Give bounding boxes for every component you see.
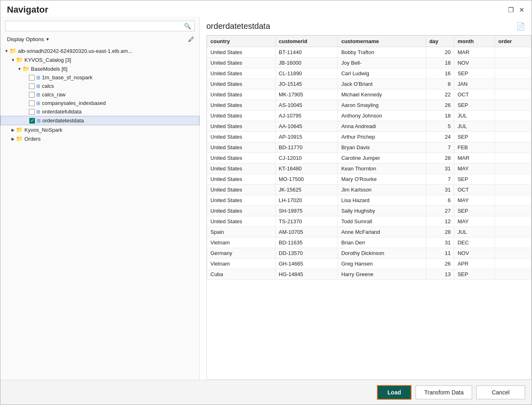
col-header-month: month bbox=[454, 36, 495, 47]
chevron-down-icon: ▼ bbox=[46, 37, 50, 41]
restore-button[interactable]: ❐ bbox=[507, 6, 514, 13]
table-cell: MO-17500 bbox=[275, 174, 338, 185]
checkbox[interactable] bbox=[29, 100, 35, 106]
data-table-scroll[interactable]: countrycustomeridcustomernamedaymonthord… bbox=[206, 35, 532, 380]
table-row: United StatesBD-11770Bryan Davis7FEB bbox=[207, 142, 531, 153]
table-cell: 6 bbox=[426, 195, 454, 206]
checkbox[interactable] bbox=[29, 75, 35, 81]
table-cell bbox=[495, 237, 531, 248]
display-options-button[interactable]: Display Options ▼ bbox=[5, 35, 51, 43]
navigator-dialog: Navigator ❐ ✕ 🔍 Display Options ▼ 🖉 bbox=[0, 0, 532, 405]
checkbox[interactable] bbox=[29, 92, 35, 98]
table-cell bbox=[495, 269, 531, 280]
table-cell: United States bbox=[207, 216, 276, 227]
tree-item-companysales[interactable]: ⊞companysales_indexbased bbox=[0, 99, 199, 107]
tree-item-label: KYVOS_Catalog [3] bbox=[24, 57, 71, 63]
table-row: United StatesTS-21370Todd Sumrall12MAY bbox=[207, 216, 531, 227]
folder-icon: 📁 bbox=[16, 57, 23, 63]
table-cell: BT-11440 bbox=[275, 47, 338, 58]
checkbox[interactable] bbox=[29, 109, 35, 115]
table-cell: Germany bbox=[207, 248, 276, 259]
table-cell: United States bbox=[207, 185, 276, 195]
table-cell: 13 bbox=[426, 269, 454, 280]
table-cell: 26 bbox=[426, 100, 454, 111]
search-input[interactable] bbox=[9, 23, 184, 29]
table-cell bbox=[495, 174, 531, 185]
table-cell bbox=[495, 79, 531, 89]
transform-data-button[interactable]: Transform Data bbox=[416, 385, 472, 399]
tree-item-1m_base[interactable]: ⊞1m_base_sf_nospark bbox=[0, 73, 199, 82]
table-cell: DD-13570 bbox=[275, 248, 338, 259]
search-bar: 🔍 bbox=[5, 21, 195, 31]
table-row: United StatesAP-10915Arthur Prichep24SEP bbox=[207, 132, 531, 142]
table-icon: ⊞ bbox=[36, 83, 40, 89]
table-cell: United States bbox=[207, 132, 276, 142]
table-row: VietnamBD-11635Brian Derr31DEC bbox=[207, 237, 531, 248]
expand-arrow: ▼ bbox=[10, 58, 16, 62]
expand-arrow: ▼ bbox=[4, 49, 9, 53]
table-cell: SEP bbox=[454, 206, 495, 216]
table-cell: 12 bbox=[426, 216, 454, 227]
folder-icon: 📁 bbox=[22, 65, 29, 72]
table-cell: Vietnam bbox=[207, 259, 276, 269]
table-cell: 27 bbox=[426, 206, 454, 216]
table-cell bbox=[495, 195, 531, 206]
table-row: VietnamGH-14665Greg Hansen26APR bbox=[207, 259, 531, 269]
table-cell: BD-11635 bbox=[275, 237, 338, 248]
table-cell: 7 bbox=[426, 142, 454, 153]
table-cell: CL-11890 bbox=[275, 68, 338, 79]
tree-item-kyvos_catalog[interactable]: ▼📁KYVOS_Catalog [3] bbox=[0, 55, 199, 64]
table-cell: 18 bbox=[426, 111, 454, 121]
tree-item-basemodels[interactable]: ▼📁BaseModels [6] bbox=[0, 64, 199, 73]
table-icon: ⊞ bbox=[37, 118, 41, 124]
dialog-title: Navigator bbox=[7, 4, 48, 15]
table-cell: AA-10645 bbox=[275, 121, 338, 132]
tree-item-orderdatetestdata[interactable]: ✓⊞orderdatetestdata bbox=[0, 116, 199, 125]
table-cell: United States bbox=[207, 68, 276, 79]
col-header-customername: customername bbox=[338, 36, 426, 47]
table-cell: 28 bbox=[426, 153, 454, 163]
table-cell: 26 bbox=[426, 259, 454, 269]
data-table-wrap: countrycustomeridcustomernamedaymonthord… bbox=[206, 35, 532, 380]
col-header-country: country bbox=[207, 36, 276, 47]
table-cell: Kean Thornton bbox=[338, 163, 426, 174]
table-cell: Jack O'Briant bbox=[338, 79, 426, 89]
table-cell: SEP bbox=[454, 68, 495, 79]
table-cell: Lisa Hazard bbox=[338, 195, 426, 206]
tree-item-label: Kyvos_NoSpark bbox=[24, 127, 62, 133]
table-cell: United States bbox=[207, 58, 276, 68]
tree-item-label: 1m_base_sf_nospark bbox=[42, 74, 92, 81]
table-cell: United States bbox=[207, 111, 276, 121]
close-button[interactable]: ✕ bbox=[518, 6, 525, 13]
search-icon[interactable]: 🔍 bbox=[184, 23, 191, 29]
tree-item-orderdatefulldata[interactable]: ⊞orderdatefulldata bbox=[0, 107, 199, 116]
table-cell: JK-15625 bbox=[275, 185, 338, 195]
table-cell: Caroline Jumper bbox=[338, 153, 426, 163]
col-header-day: day bbox=[426, 36, 454, 47]
checkbox[interactable] bbox=[29, 83, 35, 89]
edit-icon-button[interactable]: 🖉 bbox=[188, 36, 195, 43]
checkbox[interactable]: ✓ bbox=[29, 118, 35, 124]
cancel-button[interactable]: Cancel bbox=[476, 385, 525, 399]
tree-item-server[interactable]: ▼📁alb-srinadh20242-624920320.us-east-1.e… bbox=[0, 46, 199, 55]
table-cell: FEB bbox=[454, 142, 495, 153]
tree-item-calcs[interactable]: ⊞calcs bbox=[0, 82, 199, 90]
right-header: orderdatetestdata 📄 bbox=[206, 22, 532, 31]
table-cell: SEP bbox=[454, 100, 495, 111]
table-cell: Anne McFarland bbox=[338, 227, 426, 237]
bottom-bar: Load Transform Data Cancel bbox=[0, 380, 532, 405]
left-panel: 🔍 Display Options ▼ 🖉 ▼📁alb-srinadh20242… bbox=[0, 17, 200, 380]
table-row: GermanyDD-13570Dorothy Dickinson11NOV bbox=[207, 248, 531, 259]
table-cell: MAY bbox=[454, 163, 495, 174]
table-cell: 16 bbox=[426, 68, 454, 79]
tree-item-kyvos_nospark[interactable]: ▶📁Kyvos_NoSpark bbox=[0, 125, 199, 134]
tree-item-orders[interactable]: ▶📁Orders bbox=[0, 134, 199, 143]
table-cell: GH-14665 bbox=[275, 259, 338, 269]
table-cell bbox=[495, 121, 531, 132]
table-cell: Anthony Johnson bbox=[338, 111, 426, 121]
tree-item-calcs_raw[interactable]: ⊞calcs_raw bbox=[0, 90, 199, 99]
load-button[interactable]: Load bbox=[377, 385, 412, 400]
table-cell: NOV bbox=[454, 58, 495, 68]
table-cell: AM-10705 bbox=[275, 227, 338, 237]
table-options-button[interactable]: 📄 bbox=[516, 22, 525, 31]
